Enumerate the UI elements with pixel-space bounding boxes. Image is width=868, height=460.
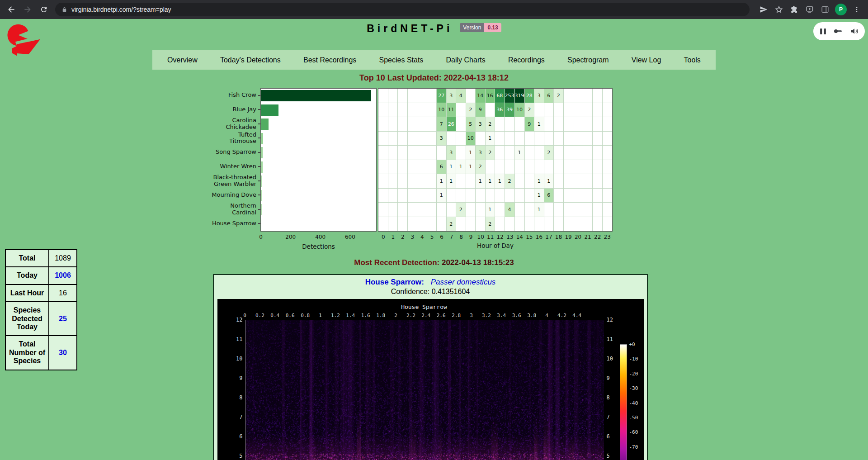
install-app-icon	[806, 5, 814, 14]
heatmap-cell	[408, 174, 418, 189]
heatmap-x-tick: 15	[526, 234, 533, 240]
nav-item-recordings[interactable]: Recordings	[505, 54, 547, 66]
heatmap-cell: 9	[476, 103, 486, 118]
extensions-button[interactable]	[788, 3, 801, 16]
heatmap-cell	[408, 132, 418, 146]
seek-thumb[interactable]	[835, 30, 842, 32]
stats-value-link[interactable]: 30	[49, 336, 77, 370]
audio-player[interactable]	[813, 22, 865, 40]
species-label-row: Mourning Dove	[154, 188, 260, 203]
stats-value-link[interactable]: 25	[49, 302, 77, 336]
spectrogram-x-tick: 2	[394, 313, 397, 318]
heatmap-cell: 1	[534, 174, 544, 189]
heatmap-cell	[544, 160, 554, 175]
heatmap-cell	[408, 89, 418, 103]
detections-bar	[261, 147, 263, 158]
heatmap-cell	[515, 203, 525, 217]
heatmap-cell	[554, 117, 564, 132]
heatmap-cell	[603, 132, 613, 146]
heatmap-cell	[593, 89, 603, 103]
back-button[interactable]	[5, 3, 18, 16]
pause-icon[interactable]	[819, 28, 827, 35]
profile-avatar[interactable]: P	[835, 4, 847, 15]
stats-value-link[interactable]: 1006	[49, 267, 77, 284]
species-label: Fish Crow	[228, 92, 256, 99]
nav-item-spectrogram[interactable]: Spectrogram	[565, 54, 612, 66]
heatmap-cell: 319	[515, 89, 525, 103]
browser-menu-button[interactable]	[850, 3, 863, 16]
nav-item-today-s-detections[interactable]: Today's Detections	[217, 54, 283, 66]
heatmap-x-tick: 22	[594, 234, 601, 240]
send-button[interactable]	[757, 3, 770, 16]
detections-bar	[261, 161, 263, 173]
bar-x-label: Detections	[261, 243, 376, 250]
colorbar-tick: -60	[629, 429, 638, 435]
nav-item-best-recordings[interactable]: Best Recordings	[301, 54, 359, 66]
heatmap-cell	[427, 160, 437, 175]
nav-item-view-log[interactable]: View Log	[629, 54, 664, 66]
heatmap-cell	[417, 174, 427, 189]
detection-species-link[interactable]: House Sparrow:	[365, 278, 424, 286]
heatmap-cell: 2	[447, 217, 457, 232]
nav-item-overview[interactable]: Overview	[165, 54, 200, 66]
heatmap-cell	[427, 203, 437, 217]
heatmap-cell	[525, 146, 535, 160]
colorbar-tick: -10	[629, 356, 638, 362]
nav-item-tools[interactable]: Tools	[681, 54, 703, 66]
nav-item-daily-charts[interactable]: Daily Charts	[443, 54, 488, 66]
detection-title: House Sparrow: Passer domesticus	[214, 278, 647, 287]
heatmap-cell	[427, 89, 437, 103]
detections-bar	[261, 104, 278, 116]
heatmap-cell	[525, 132, 535, 146]
heatmap-cell	[564, 217, 574, 232]
heatmap-cell	[505, 117, 515, 132]
heatmap-cell	[515, 117, 525, 132]
species-label: Mourning Dove	[212, 192, 256, 199]
heatmap-cell	[564, 89, 574, 103]
heatmap-cell	[398, 217, 408, 232]
heatmap-cell	[525, 174, 535, 189]
heatmap-cell	[515, 132, 525, 146]
bookmark-button[interactable]	[772, 3, 786, 16]
most-recent-label: Most Recent Detection:	[354, 258, 439, 267]
heatmap-cell: 1	[486, 132, 495, 146]
heatmap-cell	[564, 103, 574, 118]
heatmap-cell	[534, 160, 544, 175]
address-bar[interactable]: virginia.birdnetpi.com/?stream=play	[55, 3, 750, 16]
spectrogram-y-tick: 11	[228, 336, 243, 342]
spectrogram-y-tick: 12	[228, 317, 243, 323]
heatmap-cell	[456, 117, 466, 132]
version-value: 0.13	[484, 23, 501, 32]
species-label: Carolina Chickadee	[211, 117, 256, 130]
side-panel-button[interactable]	[818, 3, 832, 16]
forward-button[interactable]	[21, 3, 34, 16]
heatmap-cell	[486, 160, 495, 175]
heatmap-cell	[398, 203, 408, 217]
heatmap-cell	[544, 103, 554, 118]
heatmap-cell	[388, 103, 398, 118]
heatmap-cell	[427, 103, 437, 118]
heatmap-cell	[408, 160, 418, 175]
heatmap-cell	[417, 203, 427, 217]
spectrogram-title: House Sparrow	[245, 304, 604, 310]
heatmap-cell	[417, 217, 427, 232]
side-panel-icon	[821, 5, 829, 14]
heatmap-cell	[447, 189, 457, 203]
install-app-button[interactable]	[803, 3, 816, 16]
heatmap-cell	[378, 189, 388, 203]
heatmap-cell	[603, 189, 613, 203]
nav-item-species-stats[interactable]: Species Stats	[377, 54, 426, 66]
heatmap-cell	[398, 103, 408, 118]
heatmap-cell: 7	[437, 117, 447, 132]
heatmap-cell	[456, 174, 466, 189]
heatmap-cell	[427, 189, 437, 203]
reload-button[interactable]	[37, 3, 51, 16]
heatmap-cell	[583, 189, 593, 203]
volume-icon[interactable]	[850, 27, 859, 36]
url-text: virginia.birdnetpi.com/?stream=play	[71, 6, 171, 13]
heatmap-cell	[378, 103, 388, 118]
heatmap-cell	[583, 160, 593, 175]
heatmap-cell	[515, 217, 525, 232]
heatmap-x-tick: 1	[391, 234, 395, 240]
species-label-row: Northern Cardinal	[154, 202, 260, 217]
